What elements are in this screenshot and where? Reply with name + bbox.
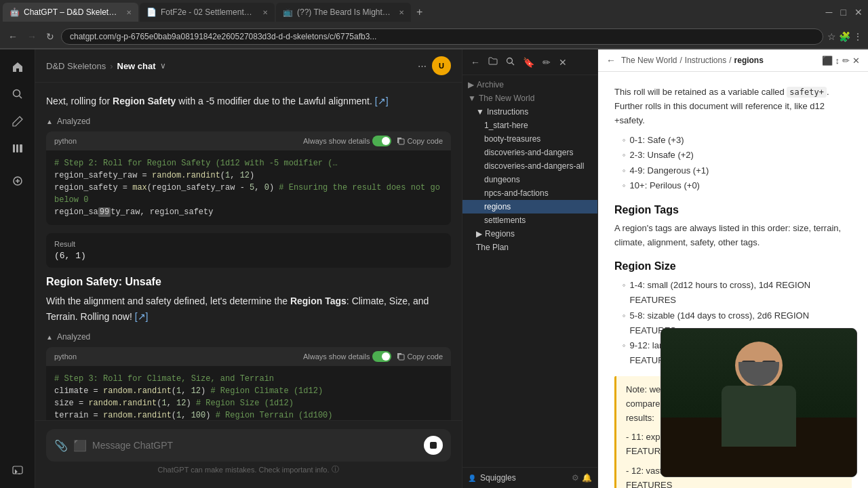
content-action-edit-btn[interactable]: ✏ — [842, 56, 850, 66]
tab3-close-btn[interactable]: ✕ — [399, 9, 404, 16]
tab-favicon: 🤖 — [9, 7, 20, 17]
sidebar-icon-terminal[interactable] — [5, 458, 30, 483]
notes-bookmark-btn[interactable]: 🔖 — [520, 56, 537, 69]
content-header: ← The New World / Instructions / regions… — [598, 49, 868, 72]
toggle-2[interactable] — [372, 351, 391, 362]
content-action-expand-btn[interactable]: ⬛ — [822, 56, 833, 66]
always-show-toggle-1[interactable]: Always show details — [303, 136, 391, 146]
notes-folder-btn[interactable] — [486, 55, 500, 69]
analyzed-header-1[interactable]: ▲ Analyzed — [46, 117, 451, 126]
squiggles-settings-icon[interactable]: ⚙ — [572, 473, 579, 483]
analyzed-chevron-2[interactable]: ▲ — [46, 333, 53, 341]
svg-point-9 — [507, 58, 513, 63]
squiggles-icon: 👤 — [468, 474, 476, 482]
sidebar-icon-home[interactable] — [5, 55, 30, 79]
bookmark-btn[interactable]: ☆ — [827, 31, 836, 42]
new-world-arrow: ▼ — [468, 94, 476, 103]
notes-back-btn[interactable]: ← — [468, 56, 483, 69]
stop-generation-btn[interactable] — [424, 436, 443, 455]
notes-footer: 👤 Squiggles ⚙ 🔔 — [462, 467, 597, 488]
always-show-label-1: Always show details — [303, 137, 370, 145]
chat-title-area: D&D Skeletons › New chat ∨ — [46, 61, 412, 71]
chat-messages[interactable]: Next, rolling for Region Safety with a -… — [35, 83, 462, 420]
notes-close-btn[interactable]: ✕ — [556, 56, 570, 69]
tree-item-npcs-factions[interactable]: npcs-and-factions — [462, 186, 597, 200]
tab-chatgpt[interactable]: 🤖 ChatGPT – D&D Skeletons ✕ — [3, 3, 138, 22]
notes-panel: ← 🔖 ✏ ✕ ▶ Archive ▼ The New World — [462, 49, 598, 488]
copy-code-btn-2[interactable]: Copy code — [397, 352, 443, 361]
squiggles-item[interactable]: 👤 Squiggles ⚙ 🔔 — [468, 473, 592, 483]
chat-more-btn[interactable]: ⋯ — [418, 61, 427, 71]
chat-message-input[interactable] — [92, 440, 418, 451]
close-btn[interactable]: ✕ — [852, 5, 865, 19]
tree-item-settlements[interactable]: settlements — [462, 214, 597, 227]
chat-input-area: 📎 ⬛ ChatGPT can make mistakes. Check imp… — [35, 420, 462, 488]
content-action-close-btn[interactable]: ✕ — [852, 56, 860, 66]
tree-item-regions-section[interactable]: ▶ Regions — [462, 227, 597, 241]
code-actions-1: Always show details Copy code — [303, 136, 443, 146]
tree-item-the-plan[interactable]: The Plan — [462, 241, 597, 254]
info-icon[interactable]: ⓘ — [332, 464, 339, 474]
sidebar-icon-library[interactable] — [5, 136, 30, 161]
sidebar-icon-gpt[interactable] — [5, 169, 30, 193]
tree-item-regions[interactable]: regions — [462, 200, 597, 214]
chat-panel: D&D Skeletons › New chat ∨ ⋯ U Next, rol… — [35, 49, 462, 488]
tree-item-dungeons[interactable]: dungeons — [462, 173, 597, 186]
extensions-btn[interactable]: 🧩 — [839, 31, 850, 42]
sidebar-icon-search[interactable] — [5, 82, 30, 106]
squiggles-bell-icon[interactable]: 🔔 — [582, 473, 592, 483]
tree-item-archive[interactable]: ▶ Archive — [462, 78, 597, 92]
toggle-1[interactable] — [372, 136, 391, 146]
tree-item-instructions[interactable]: ▼ Instructions — [462, 105, 597, 119]
minimize-btn[interactable]: ─ — [823, 5, 835, 19]
person-torso — [722, 386, 796, 447]
new-world-label: The New World — [479, 94, 534, 103]
new-tab-button[interactable]: + — [412, 6, 427, 18]
analyzed-header-2[interactable]: ▲ Analyzed — [46, 332, 451, 342]
message-link-1[interactable]: [↗] — [375, 96, 389, 106]
stop-icon — [430, 442, 437, 449]
notes-edit-btn[interactable]: ✏ — [540, 56, 553, 69]
tree-item-discoveries-dangers[interactable]: discoveries-and-dangers — [462, 146, 597, 159]
restore-btn[interactable]: □ — [838, 5, 849, 19]
back-btn[interactable]: ← — [5, 30, 20, 43]
message-link-2[interactable]: [↗] — [135, 311, 149, 322]
tree-item-new-world[interactable]: ▼ The New World — [462, 92, 597, 105]
chat-input-box: 📎 ⬛ — [46, 429, 451, 462]
sidebar-icon-compose[interactable] — [5, 109, 30, 134]
tools-btn[interactable]: ⬛ — [73, 439, 87, 452]
tree-item-discoveries-dangers-all[interactable]: discoveries-and-dangers-all — [462, 159, 597, 173]
the-plan-label: The Plan — [476, 243, 509, 252]
message-tags-text: With the alignment and safety defined, l… — [46, 293, 451, 324]
webcam-feed — [661, 329, 856, 476]
tab2-close-btn[interactable]: ✕ — [262, 9, 268, 16]
squiggles-icons: ⚙ 🔔 — [572, 473, 592, 483]
notes-search-btn[interactable] — [503, 56, 517, 69]
dungeons-label: dungeons — [484, 175, 520, 184]
menu-btn[interactable]: ⋮ — [853, 31, 863, 42]
chat-title-chevron[interactable]: ∨ — [160, 61, 166, 70]
tab-beard[interactable]: 📺 (??) The Beard Is Mightier (@... ✕ — [276, 3, 411, 22]
refresh-btn[interactable]: ↻ — [43, 30, 57, 43]
forward-btn[interactable]: → — [24, 30, 39, 43]
breadcrumb-part-2[interactable]: Instructions — [685, 56, 726, 65]
content-back-btn[interactable]: ← — [606, 55, 616, 66]
always-show-toggle-2[interactable]: Always show details — [303, 351, 391, 362]
analyzed-chevron-1[interactable]: ▲ — [46, 118, 53, 125]
tab-close-btn[interactable]: ✕ — [126, 9, 132, 16]
size-item-0: ◦ 1-4: small (2d12 hours to cross), 1d4 … — [623, 278, 852, 308]
breadcrumb-part-1[interactable]: The New World — [621, 56, 677, 65]
attachment-btn[interactable]: 📎 — [54, 439, 68, 452]
content-action-split-btn[interactable]: ↕ — [835, 56, 840, 66]
code-lang-2: python — [54, 352, 77, 361]
discoveries-dangers-label: discoveries-and-dangers — [484, 148, 573, 157]
safety-item-0: ◦ 0-1: Safe (+3) — [623, 133, 852, 148]
nav-bar: ← → ↻ chatgpt.com/g-p-6765e0bab9a0819184… — [0, 24, 868, 49]
address-bar[interactable]: chatgpt.com/g-p-6765e0bab9a08191842e2605… — [61, 28, 823, 45]
svg-rect-4 — [20, 144, 22, 152]
tab-fotf2e[interactable]: 📄 FotF2e - 02 Settlements & Ci... ✕ — [140, 3, 275, 22]
chat-footer: ChatGPT can make mistakes. Check importa… — [46, 462, 451, 480]
tree-item-start-here[interactable]: 1_start-here — [462, 119, 597, 132]
tree-item-booty-treasures[interactable]: booty-treasures — [462, 132, 597, 146]
copy-code-btn-1[interactable]: Copy code — [397, 137, 443, 145]
